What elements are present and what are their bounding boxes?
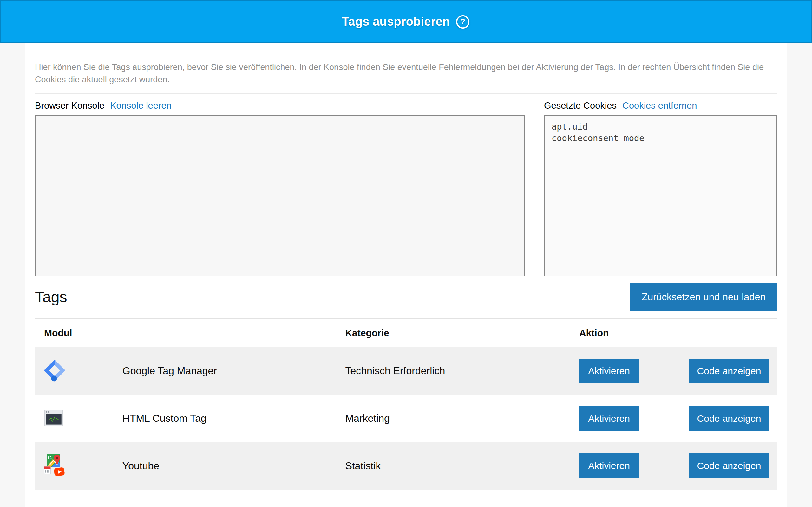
module-name: Google Tag Manager [122, 347, 345, 395]
console-cookies-section: Browser Konsole Konsole leeren Gesetzte … [35, 101, 777, 276]
module-category: Technisch Erforderlich [345, 347, 579, 395]
show-code-button[interactable]: Code anzeigen [689, 453, 769, 478]
activate-button[interactable]: Aktivieren [579, 359, 639, 383]
cookies-output: apt.uid cookieconsent_mode [544, 115, 777, 276]
clear-console-link[interactable]: Konsole leeren [110, 101, 171, 111]
cookie-entry: cookieconsent_mode [552, 132, 769, 144]
show-code-button[interactable]: Code anzeigen [689, 359, 769, 383]
section-divider [35, 94, 777, 94]
remove-cookies-link[interactable]: Cookies entfernen [622, 101, 697, 111]
svg-text:G: G [48, 455, 52, 460]
tags-table: Modul Kategorie Aktion [35, 319, 777, 490]
show-code-button[interactable]: Code anzeigen [689, 406, 769, 431]
table-header-row: Modul Kategorie Aktion [35, 319, 777, 347]
svg-text:</>: </> [49, 416, 59, 422]
browser-console-label: Browser Konsole [35, 101, 104, 111]
svg-text:?: ? [460, 17, 465, 26]
youtube-google-services-icon: G [43, 473, 67, 478]
page-header: Tags ausprobieren ? [0, 0, 812, 43]
content-card: Hier können Sie die Tags ausprobieren, b… [26, 43, 786, 507]
html-custom-tag-icon: </> [43, 424, 64, 429]
browser-console-panel: Browser Konsole Konsole leeren [35, 101, 525, 276]
column-header-category: Kategorie [345, 319, 579, 347]
help-icon[interactable]: ? [455, 14, 470, 29]
browser-console-output [35, 115, 525, 276]
table-row: </> HTML Custom Tag Marketing Aktivieren… [35, 395, 777, 442]
activate-button[interactable]: Aktivieren [579, 406, 639, 431]
google-tag-manager-icon [43, 377, 66, 383]
column-header-module: Modul [35, 319, 345, 347]
reset-reload-button[interactable]: Zurücksetzen und neu laden [630, 283, 777, 311]
module-category: Marketing [345, 395, 579, 442]
table-row: Google Tag Manager Technisch Erforderlic… [35, 347, 777, 395]
page-title: Tags ausprobieren [342, 15, 450, 29]
table-row: G [35, 442, 777, 490]
activate-button[interactable]: Aktivieren [579, 453, 639, 478]
module-category: Statistik [345, 442, 579, 490]
cookie-entry: apt.uid [552, 121, 769, 132]
tags-heading: Tags [35, 288, 67, 306]
cookies-panel: Gesetzte Cookies Cookies entfernen apt.u… [544, 101, 777, 276]
cookies-label: Gesetzte Cookies [544, 101, 617, 111]
column-header-action: Aktion [579, 319, 777, 347]
module-name: HTML Custom Tag [122, 395, 345, 442]
intro-text: Hier können Sie die Tags ausprobieren, b… [35, 61, 777, 86]
tags-header-row: Tags Zurücksetzen und neu laden [35, 283, 777, 311]
module-name: Youtube [122, 442, 345, 490]
